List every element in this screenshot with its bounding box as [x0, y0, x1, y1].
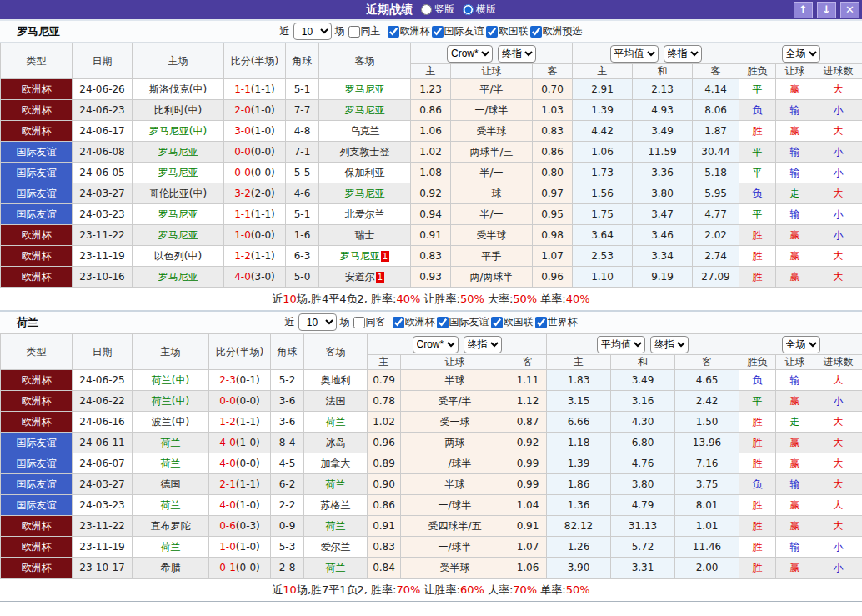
competition-filters: 欧洲杯国际友谊欧国联欧洲预选 [388, 24, 583, 38]
competition-checkbox[interactable] [393, 317, 404, 328]
competition-filter[interactable]: 欧洲杯 [388, 24, 430, 38]
competition-checkbox[interactable] [437, 317, 449, 328]
result-wdl: 负 [739, 100, 776, 121]
corner-score: 5-1 [286, 204, 319, 225]
competition-filter[interactable]: 欧洲预选 [530, 24, 583, 38]
result-handicap: 赢 [776, 516, 814, 537]
result-wdl: 胜 [739, 453, 776, 474]
team-label: 波兰(中) [152, 416, 189, 428]
col-result-handicap: 让球 [776, 355, 814, 370]
competition-filter[interactable]: 欧洲杯 [393, 315, 435, 329]
euro-home-odds: 2.91 [573, 79, 633, 100]
asia-handicap: 一/球半 [401, 453, 509, 474]
euro-provider-select[interactable]: 平均值 [597, 336, 645, 353]
match-date: 24-03-27 [73, 474, 133, 495]
competition-type: 欧洲杯 [1, 391, 73, 412]
summary-stat-value: 70% [396, 583, 420, 596]
result-handicap: 赢 [776, 391, 814, 412]
asia-away-odds: 0.92 [509, 433, 547, 453]
same-venue-filter[interactable]: 同客 [353, 315, 386, 329]
result-goals: 小 [814, 204, 862, 225]
home-team: 希腊 [133, 558, 209, 578]
asia-time-select[interactable]: 终指 [464, 336, 502, 353]
same-venue-checkbox[interactable] [348, 26, 360, 38]
home-team: 罗马尼亚 [133, 225, 224, 246]
match-row: 国际友谊24-06-08罗马尼亚0-0(0-0)7-1列支敦士登1.02两球半/… [1, 142, 862, 163]
half-time-score: (1-0) [236, 499, 260, 511]
col-type: 类型 [1, 334, 73, 370]
result-goals: 小 [814, 558, 862, 578]
scope-select[interactable]: 全场 [782, 45, 820, 63]
team-label: 罗马尼亚 [345, 104, 385, 116]
summary-text: 大率: [484, 583, 514, 596]
asia-provider-select[interactable]: Crow* [413, 336, 459, 353]
horizontal-radio[interactable] [463, 4, 474, 15]
move-down-button[interactable]: ↓ [817, 2, 836, 18]
euro-away-odds: 1.01 [675, 516, 739, 537]
competition-checkbox[interactable] [530, 26, 542, 38]
competition-filter[interactable]: 国际友谊 [432, 24, 484, 38]
match-row: 欧洲杯24-06-25荷兰(中)2-3(0-1)5-2奥地利0.79半球1.11… [1, 370, 862, 391]
full-time-score: 3-0 [234, 125, 251, 137]
col-type: 类型 [1, 43, 73, 79]
euro-draw-odds: 3.80 [633, 183, 693, 204]
result-handicap: 赢 [776, 246, 814, 267]
competition-filter[interactable]: 世界杯 [535, 315, 578, 329]
competition-filters: 欧洲杯国际友谊欧国联世界杯 [393, 315, 578, 329]
asia-home-odds: 0.83 [411, 246, 451, 267]
euro-away-odds: 1.50 [675, 412, 739, 433]
competition-type: 欧洲杯 [1, 79, 73, 100]
asia-away-odds: 0.96 [533, 267, 573, 288]
asia-handicap: 两/两球半 [451, 267, 533, 288]
result-goals: 小 [814, 142, 862, 163]
team-label: 奥地利 [321, 374, 351, 386]
score-cell: 3-2(2-0) [224, 183, 286, 204]
match-row: 国际友谊24-06-07荷兰4-0(0-0)4-5加拿大0.89一/球半0.99… [1, 453, 862, 474]
competition-type: 欧洲杯 [1, 516, 73, 537]
asia-provider-select[interactable]: Crow* [447, 45, 493, 63]
layout-option-vertical[interactable]: 竖版 [421, 3, 454, 17]
move-up-button[interactable]: ↑ [794, 2, 813, 18]
competition-checkbox[interactable] [388, 26, 399, 38]
result-handicap: 赢 [776, 121, 814, 142]
competition-checkbox[interactable] [486, 26, 498, 38]
competition-type: 国际友谊 [1, 183, 73, 204]
euro-time-select[interactable]: 终指 [664, 45, 702, 63]
competition-checkbox[interactable] [432, 26, 444, 38]
team-label: 哥伦比亚(中) [149, 188, 207, 199]
team-label: 荷兰 [161, 499, 181, 511]
col-asia-home: 主 [411, 64, 451, 79]
competition-checkbox[interactable] [491, 317, 503, 328]
competition-filter[interactable]: 欧国联 [491, 315, 534, 329]
recent-count-select[interactable]: 10 [293, 23, 332, 40]
corner-score: 5-2 [271, 370, 304, 391]
competition-filter[interactable]: 欧国联 [486, 24, 529, 38]
euro-provider-select[interactable]: 平均值 [610, 45, 659, 63]
euro-time-select[interactable]: 终指 [650, 336, 689, 353]
scope-select[interactable]: 全场 [782, 336, 820, 353]
layout-option-horizontal[interactable]: 横版 [463, 3, 496, 17]
same-venue-checkbox[interactable] [353, 317, 365, 328]
summary-text: 大率: [484, 293, 514, 305]
asia-time-select[interactable]: 终指 [498, 45, 536, 63]
asia-home-odds: 0.93 [411, 267, 451, 288]
recent-count-select[interactable]: 10 [298, 313, 337, 331]
half-time-score: (2-0) [251, 188, 275, 199]
asia-handicap: 一/球半 [401, 537, 509, 558]
away-team: 苏格兰 [304, 495, 368, 516]
match-date: 23-11-22 [73, 225, 133, 246]
team-label: 比利时(中) [154, 104, 202, 116]
col-result-handicap: 让球 [776, 64, 814, 79]
close-button[interactable]: ✕ [840, 2, 859, 18]
competition-label: 欧国联 [499, 24, 529, 38]
vertical-radio[interactable] [421, 4, 432, 15]
team-label: 法国 [326, 395, 346, 407]
red-card-badge: 1 [376, 272, 384, 283]
same-venue-filter[interactable]: 同主 [348, 24, 381, 38]
horizontal-radio-label: 横版 [476, 3, 496, 17]
euro-away-odds: 13.96 [675, 433, 739, 453]
competition-filter[interactable]: 国际友谊 [437, 315, 489, 329]
competition-checkbox[interactable] [535, 317, 547, 328]
team-label: 罗马尼亚 [158, 146, 198, 158]
asia-handicap: 受半球 [401, 558, 509, 578]
